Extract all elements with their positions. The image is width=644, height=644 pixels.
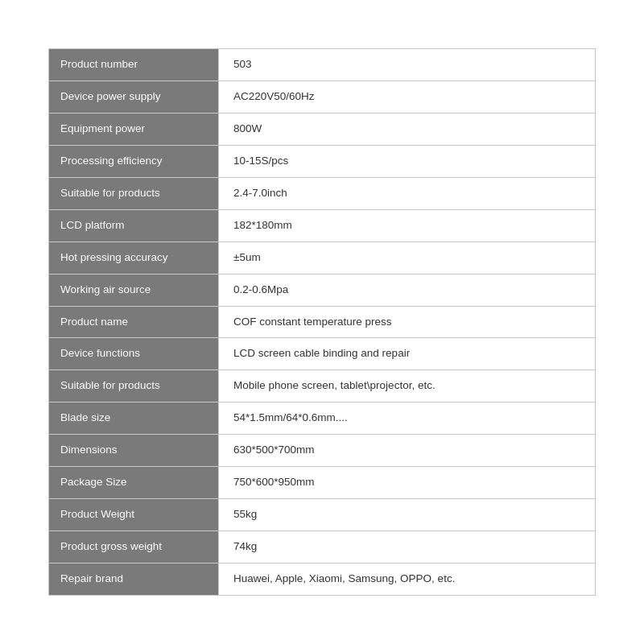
cell-label: Product number bbox=[49, 49, 218, 80]
cell-value: 800W bbox=[218, 114, 595, 145]
cell-value: ±5um bbox=[218, 242, 595, 274]
cell-value: 503 bbox=[218, 49, 595, 80]
table-row: Equipment power800W bbox=[49, 114, 595, 146]
spec-table: Product number503Device power supplyAC22… bbox=[48, 48, 596, 595]
cell-label: LCD platform bbox=[49, 210, 218, 242]
table-row: Processing efficiency10-15S/pcs bbox=[49, 146, 595, 178]
cell-label: Equipment power bbox=[49, 114, 218, 145]
table-row: Device functionsLCD screen cable binding… bbox=[49, 338, 595, 370]
cell-label: Device functions bbox=[49, 338, 218, 369]
cell-label: Product gross weight bbox=[49, 531, 218, 563]
table-row: Product nameCOF constant temperature pre… bbox=[49, 307, 595, 339]
cell-label: Product Weight bbox=[49, 499, 218, 530]
cell-value: 182*180mm bbox=[218, 210, 595, 242]
cell-value: LCD screen cable binding and repair bbox=[218, 338, 595, 369]
table-row: Suitable for productsMobile phone screen… bbox=[49, 370, 595, 402]
table-row: Working air source0.2-0.6Mpa bbox=[49, 275, 595, 307]
cell-value: 2.4-7.0inch bbox=[218, 178, 595, 209]
cell-value: 630*500*700mm bbox=[218, 435, 595, 466]
cell-value: 750*600*950mm bbox=[218, 467, 595, 498]
cell-value: 54*1.5mm/64*0.6mm.... bbox=[218, 402, 595, 434]
table-row: Device power supplyAC220V50/60Hz bbox=[49, 81, 595, 114]
table-row: Suitable for products2.4-7.0inch bbox=[49, 178, 595, 210]
table-row: Dimensions630*500*700mm bbox=[49, 435, 595, 467]
cell-value: Huawei, Apple, Xiaomi, Samsung, OPPO, et… bbox=[218, 564, 595, 595]
cell-value: AC220V50/60Hz bbox=[218, 81, 595, 113]
table-row: LCD platform182*180mm bbox=[49, 210, 595, 242]
cell-label: Working air source bbox=[49, 275, 218, 306]
cell-label: Dimensions bbox=[49, 435, 218, 466]
cell-label: Device power supply bbox=[49, 81, 218, 113]
table-row: Blade size54*1.5mm/64*0.6mm.... bbox=[49, 402, 595, 435]
cell-label: Suitable for products bbox=[49, 370, 218, 402]
cell-label: Hot pressing accuracy bbox=[49, 242, 218, 274]
cell-label: Product name bbox=[49, 307, 218, 338]
cell-value: 55kg bbox=[218, 499, 595, 530]
cell-label: Package Size bbox=[49, 467, 218, 498]
table-row: Product number503 bbox=[49, 49, 595, 81]
cell-label: Repair brand bbox=[49, 564, 218, 595]
table-row: Product gross weight74kg bbox=[49, 531, 595, 564]
table-row: Hot pressing accuracy±5um bbox=[49, 242, 595, 275]
cell-value: 10-15S/pcs bbox=[218, 146, 595, 177]
table-row: Product Weight55kg bbox=[49, 499, 595, 531]
cell-value: Mobile phone screen, tablet\projector, e… bbox=[218, 370, 595, 402]
cell-label: Processing efficiency bbox=[49, 146, 218, 177]
cell-value: COF constant temperature press bbox=[218, 307, 595, 338]
table-row: Package Size750*600*950mm bbox=[49, 467, 595, 499]
cell-value: 0.2-0.6Mpa bbox=[218, 275, 595, 306]
table-row: Repair brandHuawei, Apple, Xiaomi, Samsu… bbox=[49, 564, 595, 595]
cell-value: 74kg bbox=[218, 531, 595, 563]
cell-label: Suitable for products bbox=[49, 178, 218, 209]
cell-label: Blade size bbox=[49, 402, 218, 434]
